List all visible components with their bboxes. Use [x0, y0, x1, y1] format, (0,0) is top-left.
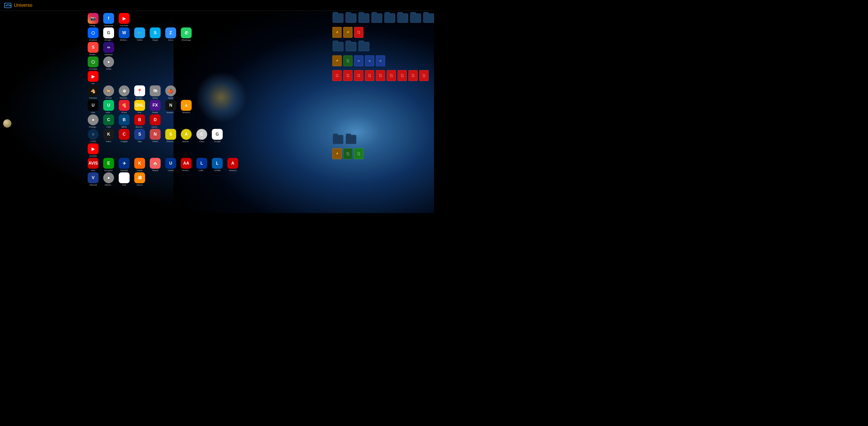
app-item-crio[interactable]: ○ C-RIO [86, 129, 100, 143]
app-item-zoom[interactable]: Z Zoom [163, 27, 178, 41]
app-item-dhl[interactable]: DHL DHL [132, 100, 147, 114]
app-item-europcar[interactable]: E Europcar [101, 158, 116, 172]
app-label: Prepag... [86, 126, 100, 128]
app-icon: 🕉 [134, 172, 145, 183]
app-icon: N [165, 100, 176, 111]
app-item-wetran[interactable]: W Wetran... [117, 27, 131, 41]
file-icon-pdf: 0 11 0 [343, 70, 352, 81]
app-item-avianca[interactable]: A Avianca [225, 158, 240, 172]
app-label: Invbio [102, 68, 115, 70]
app-item-videmat[interactable]: V Videmat [86, 172, 100, 186]
app-item-airbnb[interactable]: 🏠 Airbnb [148, 158, 162, 172]
app-icon: 📍 [134, 85, 145, 96]
app-item-youtube[interactable]: ▶ youtube [86, 143, 100, 157]
app-label: Videmat [86, 184, 100, 186]
app-icon: U [88, 100, 98, 111]
app-item-united[interactable]: U United [163, 158, 178, 172]
app-item-americ[interactable]: AA Americ... [179, 158, 193, 172]
app-icon: S [134, 129, 145, 140]
app-item-google[interactable]: G Google [210, 129, 224, 143]
app-item-uber[interactable]: U Uber... [101, 100, 116, 114]
app-item-google[interactable]: G Google... [101, 27, 116, 41]
app-label: YouTube [117, 24, 131, 27]
app-item-uber[interactable]: U Uber [86, 100, 100, 114]
app-label: Expedia [117, 169, 131, 172]
app-item-avis[interactable]: AVIS Avis [86, 158, 100, 172]
app-item-latam[interactable]: L LATAM [210, 158, 224, 172]
app-icon: DHL [134, 100, 145, 111]
app-item-facebook[interactable]: f Facebook [101, 13, 116, 27]
app-label: Aporta... [180, 140, 193, 143]
app-label: Twitter [133, 39, 146, 41]
app-item-valeria[interactable]: ● Valeria... [101, 172, 116, 186]
app-label: Sigo [133, 140, 146, 143]
app-item-fedex[interactable]: FX Fedex [148, 100, 162, 114]
app-row-marte_apps: 🐴 Porsche 🐎 Ferrari ⊕ Merced... 📍 Google… [86, 85, 328, 99]
app-label: iShop [149, 97, 162, 99]
app-item-porsche[interactable]: 🐴 Porsche [86, 85, 100, 99]
app-item-shutte[interactable]: S Shutte... [86, 42, 100, 56]
app-item-dropbox[interactable]: ⬡ Dropbox [86, 27, 100, 41]
app-item-claro[interactable]: C Claro [194, 129, 209, 143]
app-icon: ▶ [119, 13, 130, 24]
app-item-bancol[interactable]: B Bancol... [132, 114, 147, 128]
app-item-google[interactable]: 📍 Google... [132, 85, 147, 99]
app-label: Straum... [164, 140, 178, 143]
app-icon: D [150, 114, 161, 125]
app-item-cem[interactable]: C CEM [101, 114, 116, 128]
file-icon-pdf: 0 11 0 [354, 27, 363, 38]
app-item-kaivo[interactable]: K Kaivo [101, 129, 116, 143]
app-item-sigo[interactable]: S Sigo [132, 129, 147, 143]
app-item-instag[interactable]: 📷 Instag... [86, 13, 100, 27]
app-item-iskcon[interactable]: 🕉 Iskcon [132, 172, 147, 186]
app-icon: L [212, 158, 223, 169]
app-item-whatsapp[interactable]: ✆ Whatsapp [179, 27, 193, 41]
app-item-straum[interactable]: S Straum... [163, 129, 178, 143]
app-item-youtube[interactable]: ▶ YouTube [117, 13, 131, 27]
app-row-venus_apps: S Shutte... ∞ Universe [86, 42, 328, 56]
app-label: Onshape [86, 68, 100, 70]
app-label: Instag... [86, 24, 100, 27]
app-label: BBVA [117, 126, 131, 128]
header-logo: Universo [4, 3, 32, 8]
app-item-davivi[interactable]: D Davivi... [148, 114, 162, 128]
file-icon-pdf: 0 11 0 [376, 70, 385, 81]
app-title: Universo [14, 3, 32, 8]
app-icon: 🐦 [134, 27, 145, 38]
app-item-eat[interactable]: ▶ eat [86, 71, 100, 85]
app-item-skype[interactable]: S Skype [148, 27, 162, 41]
app-item-lufth[interactable]: L Lufth... [194, 158, 209, 172]
app-item-prepag[interactable]: ● Prepag... [86, 114, 100, 128]
app-label: Avis [86, 169, 100, 172]
app-row-ceres_apps: AVIS Avis E Europcar ✈ Expedia K Kayak 🏠… [86, 158, 328, 172]
app-icon: ∞ [103, 42, 114, 53]
app-label: Lufth... [195, 169, 209, 172]
app-item-apple[interactable]: 🍎 Apple [163, 85, 178, 99]
app-item-universe[interactable]: ∞ Universe [101, 42, 116, 56]
app-icon: ○ [88, 129, 98, 140]
app-item-merced[interactable]: ⊕ Merced... [117, 85, 131, 99]
app-item-ishop[interactable]: 🛍 iShop [148, 85, 162, 99]
app-icon: ● [103, 172, 114, 183]
app-label: Iskcon [133, 184, 146, 186]
app-item-ifood[interactable]: 🍕 iFood [117, 100, 131, 114]
app-item-nespre[interactable]: N Nespre... [163, 100, 178, 114]
app-label: Valeria... [102, 184, 115, 186]
app-icon: ✆ [181, 27, 192, 38]
app-item-invbio[interactable]: ● Invbio [101, 56, 116, 70]
app-item-ferrari[interactable]: 🐎 Ferrari [101, 85, 116, 99]
app-item-isha[interactable]: I Isha [117, 172, 131, 186]
app-item-onshape[interactable]: ⬡ Onshape [86, 56, 100, 70]
app-item-aporta[interactable]: A Aporta... [179, 129, 193, 143]
app-item-colgate[interactable]: C Colgate [117, 129, 131, 143]
app-label: LATAM [211, 169, 224, 172]
app-label: C-RIO [86, 140, 100, 143]
app-item-twitter[interactable]: 🐦 Twitter [132, 27, 147, 41]
app-icon: f [103, 13, 114, 24]
app-item-nobel[interactable]: N Nobel [148, 129, 162, 143]
app-label: Google [211, 140, 224, 143]
app-item-expedia[interactable]: ✈ Expedia [117, 158, 131, 172]
app-item-amazon[interactable]: a Amazon [179, 100, 193, 114]
app-item-bbva[interactable]: B BBVA [117, 114, 131, 128]
app-item-kayak[interactable]: K Kayak [132, 158, 147, 172]
